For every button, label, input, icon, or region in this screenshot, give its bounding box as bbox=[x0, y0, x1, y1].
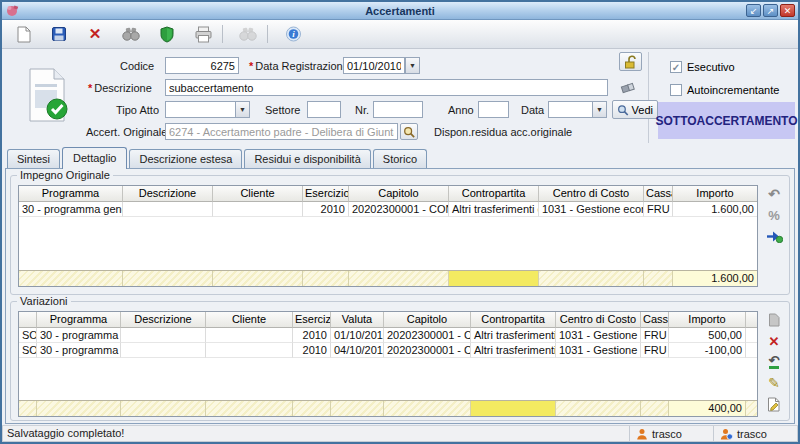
column-header[interactable]: Valuta bbox=[331, 312, 384, 328]
percent-icon[interactable]: % bbox=[765, 207, 783, 223]
cell-cliente bbox=[213, 202, 303, 217]
security-shield-icon[interactable] bbox=[152, 22, 182, 46]
column-header[interactable] bbox=[19, 312, 37, 328]
vedi-button[interactable]: Vedi bbox=[612, 100, 658, 119]
data-registrazione-label: *Data Registrazione bbox=[249, 60, 349, 72]
column-header[interactable]: Descrizione bbox=[123, 186, 213, 202]
delete-icon[interactable]: ✕ bbox=[80, 22, 110, 46]
descrizione-input[interactable] bbox=[165, 79, 608, 96]
tab-dettaglio[interactable]: Dettaglio bbox=[62, 147, 127, 169]
restore-icon[interactable]: ↗ bbox=[763, 4, 778, 17]
magnifier-icon bbox=[403, 126, 415, 138]
cell-contropartita: Altri trasferimenti correr bbox=[449, 202, 539, 217]
total-cell bbox=[641, 401, 669, 416]
save-icon[interactable] bbox=[44, 22, 74, 46]
column-header[interactable]: Capitolo bbox=[384, 312, 471, 328]
info-icon[interactable]: i bbox=[278, 22, 308, 46]
table-empty-area bbox=[19, 358, 757, 400]
esecutivo-checkbox[interactable]: ✓ Esecutivo bbox=[670, 61, 735, 73]
impegno-table: Programma Descrizione Cliente Esercizio … bbox=[18, 185, 758, 287]
column-header[interactable]: Cassa bbox=[644, 186, 673, 202]
data-input[interactable] bbox=[548, 101, 593, 118]
descrizione-label: *Descrizione bbox=[88, 82, 152, 94]
total-cell bbox=[19, 271, 123, 286]
total-cell bbox=[37, 401, 121, 416]
tab-storico[interactable]: Storico bbox=[373, 149, 427, 168]
print-icon[interactable] bbox=[188, 22, 218, 46]
cell-contropartita: Altri trasferimenti cor bbox=[471, 343, 556, 358]
column-header[interactable]: Capitolo bbox=[349, 186, 449, 202]
variazioni-total-row: 400,00 bbox=[19, 400, 757, 416]
dispon-residua-label: Dispon.residua acc.originale bbox=[434, 126, 572, 138]
column-header[interactable]: Contropartita bbox=[449, 186, 539, 202]
esecutivo-label: Esecutivo bbox=[687, 61, 735, 73]
autoincrementante-checkbox[interactable]: Autoincrementante bbox=[670, 84, 779, 96]
lock-button[interactable] bbox=[619, 52, 642, 71]
new-row-disabled-icon[interactable] bbox=[765, 312, 783, 328]
session-label: trasco bbox=[652, 428, 682, 440]
cell-esercizio: 2010 bbox=[303, 202, 349, 217]
column-header[interactable]: Programma bbox=[37, 312, 121, 328]
codice-input[interactable] bbox=[165, 57, 239, 74]
nr-input[interactable] bbox=[373, 101, 423, 118]
cell-tipo: SOT bbox=[19, 343, 37, 358]
session-indicator-1[interactable]: trasco bbox=[630, 426, 714, 442]
data-dropdown-icon[interactable]: ▼ bbox=[592, 101, 607, 118]
tipo-atto-dropdown-icon[interactable]: ▼ bbox=[235, 101, 250, 118]
column-header[interactable]: Centro di Costo bbox=[539, 186, 644, 202]
column-header[interactable]: Programma bbox=[19, 186, 123, 202]
session-label: trasco bbox=[737, 428, 767, 440]
cell-cliente bbox=[206, 343, 293, 358]
anno-input[interactable] bbox=[478, 101, 509, 118]
checkbox-unchecked-icon[interactable] bbox=[670, 84, 682, 96]
column-header[interactable]: Importo bbox=[673, 186, 757, 202]
data-registrazione-input[interactable] bbox=[343, 57, 405, 74]
total-cell bbox=[293, 401, 331, 416]
undo-icon[interactable]: ↶ bbox=[765, 186, 783, 202]
accert-search-button[interactable] bbox=[400, 123, 418, 140]
tab-bar: Sintesi Dettaglio Descrizione estesa Res… bbox=[7, 148, 429, 168]
column-header[interactable]: Esercizio bbox=[303, 186, 349, 202]
impegno-actions: ↶ % bbox=[765, 186, 783, 244]
close-icon[interactable]: ✕ bbox=[780, 4, 795, 17]
cell-descrizione bbox=[123, 202, 213, 217]
search-binoculars-icon[interactable] bbox=[116, 22, 146, 46]
column-header[interactable]: Cliente bbox=[206, 312, 293, 328]
checkbox-checked-icon[interactable]: ✓ bbox=[670, 61, 682, 73]
table-row[interactable]: SOT 30 - programma gene 2010 01/10/2010 … bbox=[19, 328, 757, 343]
table-row[interactable]: SOT 30 - programma gene 2010 04/10/2010 … bbox=[19, 343, 757, 358]
column-header[interactable]: Contropartita bbox=[471, 312, 556, 328]
cell-contropartita: Altri trasferimenti cor bbox=[471, 328, 556, 343]
column-header[interactable]: Importo bbox=[669, 312, 746, 328]
cell-tipo: SOT bbox=[19, 328, 37, 343]
link-icon[interactable] bbox=[765, 228, 783, 244]
total-cell bbox=[384, 401, 471, 416]
new-document-icon[interactable] bbox=[8, 22, 38, 46]
data-registrazione-dropdown-icon[interactable]: ▼ bbox=[405, 57, 420, 74]
column-header[interactable]: Cassa bbox=[641, 312, 669, 328]
eraser-icon[interactable] bbox=[619, 80, 637, 98]
tab-descrizione-estesa[interactable]: Descrizione estesa bbox=[129, 149, 242, 168]
column-header[interactable]: Esercizio bbox=[293, 312, 331, 328]
titlebar: Accertamenti ↙ ↗ ✕ bbox=[2, 2, 798, 20]
column-header[interactable]: Centro di Costo bbox=[556, 312, 641, 328]
settore-input[interactable] bbox=[307, 101, 341, 118]
cell-valuta: 01/10/2010 bbox=[331, 328, 384, 343]
minimize-icon[interactable]: ↙ bbox=[746, 4, 761, 17]
search-secondary-icon[interactable] bbox=[233, 22, 263, 46]
column-header[interactable]: Cliente bbox=[213, 186, 303, 202]
column-header[interactable]: Descrizione bbox=[121, 312, 206, 328]
edit-pencil-icon[interactable]: ✎ bbox=[765, 375, 783, 391]
table-row[interactable]: 30 - programma generico 2010 20202300001… bbox=[19, 202, 757, 217]
cell-extra bbox=[746, 343, 757, 358]
session-indicator-2[interactable]: trasco bbox=[714, 426, 798, 442]
tipo-atto-combo[interactable] bbox=[165, 101, 236, 118]
tab-residui-disponibilita[interactable]: Residui e disponibilità bbox=[244, 149, 370, 168]
user-icon bbox=[636, 428, 648, 440]
undo-row-icon[interactable]: ↶ bbox=[765, 354, 783, 370]
tab-sintesi[interactable]: Sintesi bbox=[7, 149, 60, 168]
magnifier-icon bbox=[617, 104, 629, 116]
delete-row-icon[interactable]: ✕ bbox=[765, 333, 783, 349]
accert-originale-input[interactable] bbox=[165, 123, 398, 140]
edit-document-icon[interactable] bbox=[765, 396, 783, 412]
